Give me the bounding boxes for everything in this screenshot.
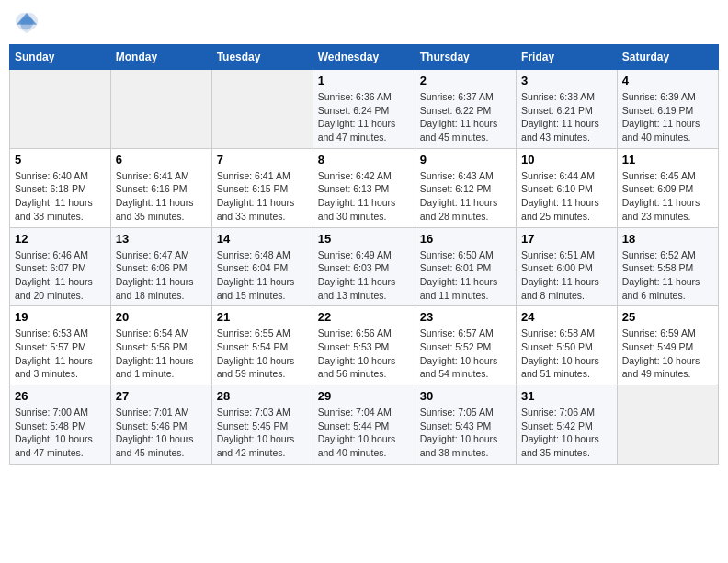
day-info: Sunrise: 6:47 AMSunset: 6:06 PMDaylight:… xyxy=(116,248,207,303)
day-info: Sunrise: 6:41 AMSunset: 6:15 PMDaylight:… xyxy=(217,169,308,224)
calendar-week-row: 12Sunrise: 6:46 AMSunset: 6:07 PMDayligh… xyxy=(10,227,719,306)
calendar-cell: 30Sunrise: 7:05 AMSunset: 5:43 PMDayligh… xyxy=(415,385,516,465)
calendar-week-row: 1Sunrise: 6:36 AMSunset: 6:24 PMDaylight… xyxy=(10,70,719,149)
calendar-cell: 1Sunrise: 6:36 AMSunset: 6:24 PMDaylight… xyxy=(313,70,415,149)
day-info: Sunrise: 6:39 AMSunset: 6:19 PMDaylight:… xyxy=(622,90,713,144)
weekday-header: Thursday xyxy=(415,45,516,70)
day-info: Sunrise: 6:52 AMSunset: 5:58 PMDaylight:… xyxy=(622,248,713,303)
calendar-cell: 19Sunrise: 6:53 AMSunset: 5:57 PMDayligh… xyxy=(10,306,111,385)
day-number: 21 xyxy=(217,310,308,324)
calendar-cell: 4Sunrise: 6:39 AMSunset: 6:19 PMDaylight… xyxy=(617,70,718,149)
day-number: 13 xyxy=(116,232,207,246)
day-number: 28 xyxy=(217,389,308,403)
day-info: Sunrise: 6:46 AMSunset: 6:07 PMDaylight:… xyxy=(15,248,106,303)
calendar-cell: 17Sunrise: 6:51 AMSunset: 6:00 PMDayligh… xyxy=(517,227,618,306)
day-info: Sunrise: 6:41 AMSunset: 6:16 PMDaylight:… xyxy=(116,169,207,224)
weekday-header: Tuesday xyxy=(211,45,313,70)
day-number: 3 xyxy=(521,74,612,87)
day-info: Sunrise: 6:36 AMSunset: 6:24 PMDaylight:… xyxy=(318,90,410,144)
day-info: Sunrise: 6:49 AMSunset: 6:03 PMDaylight:… xyxy=(318,248,410,303)
day-info: Sunrise: 7:05 AMSunset: 5:43 PMDaylight:… xyxy=(420,406,511,460)
calendar-week-row: 26Sunrise: 7:00 AMSunset: 5:48 PMDayligh… xyxy=(10,385,719,465)
day-info: Sunrise: 7:03 AMSunset: 5:45 PMDaylight:… xyxy=(217,406,308,460)
calendar-cell: 16Sunrise: 6:50 AMSunset: 6:01 PMDayligh… xyxy=(415,227,516,306)
day-number: 29 xyxy=(318,389,410,403)
calendar-cell: 14Sunrise: 6:48 AMSunset: 6:04 PMDayligh… xyxy=(211,227,313,306)
day-number: 26 xyxy=(15,389,106,403)
calendar-cell: 9Sunrise: 6:43 AMSunset: 6:12 PMDaylight… xyxy=(415,148,516,227)
day-number: 23 xyxy=(420,310,511,324)
calendar-cell: 26Sunrise: 7:00 AMSunset: 5:48 PMDayligh… xyxy=(10,385,111,465)
day-number: 5 xyxy=(15,153,106,167)
calendar-cell: 8Sunrise: 6:42 AMSunset: 6:13 PMDaylight… xyxy=(313,148,415,227)
calendar-cell: 22Sunrise: 6:56 AMSunset: 5:53 PMDayligh… xyxy=(313,306,415,385)
day-number: 14 xyxy=(217,232,308,246)
day-number: 9 xyxy=(420,153,511,167)
day-number: 10 xyxy=(521,153,612,167)
day-info: Sunrise: 6:37 AMSunset: 6:22 PMDaylight:… xyxy=(420,90,511,144)
calendar-cell: 2Sunrise: 6:37 AMSunset: 6:22 PMDaylight… xyxy=(415,70,516,149)
day-info: Sunrise: 6:56 AMSunset: 5:53 PMDaylight:… xyxy=(318,327,410,381)
weekday-header: Friday xyxy=(517,45,618,70)
day-info: Sunrise: 6:53 AMSunset: 5:57 PMDaylight:… xyxy=(15,327,106,381)
calendar-cell: 6Sunrise: 6:41 AMSunset: 6:16 PMDaylight… xyxy=(110,148,211,227)
day-info: Sunrise: 7:00 AMSunset: 5:48 PMDaylight:… xyxy=(15,406,106,460)
calendar-cell: 11Sunrise: 6:45 AMSunset: 6:09 PMDayligh… xyxy=(617,148,718,227)
day-info: Sunrise: 6:54 AMSunset: 5:56 PMDaylight:… xyxy=(116,327,207,381)
day-number: 8 xyxy=(318,153,410,167)
calendar-cell: 29Sunrise: 7:04 AMSunset: 5:44 PMDayligh… xyxy=(313,385,415,465)
calendar-cell: 10Sunrise: 6:44 AMSunset: 6:10 PMDayligh… xyxy=(517,148,618,227)
day-info: Sunrise: 6:48 AMSunset: 6:04 PMDaylight:… xyxy=(217,248,308,303)
day-number: 16 xyxy=(420,232,511,246)
calendar-week-row: 5Sunrise: 6:40 AMSunset: 6:18 PMDaylight… xyxy=(10,148,719,227)
day-number: 4 xyxy=(622,74,713,87)
day-number: 7 xyxy=(217,153,308,167)
day-info: Sunrise: 6:42 AMSunset: 6:13 PMDaylight:… xyxy=(318,169,410,224)
day-number: 24 xyxy=(521,310,612,324)
day-info: Sunrise: 6:58 AMSunset: 5:50 PMDaylight:… xyxy=(521,327,612,381)
day-number: 31 xyxy=(521,389,612,403)
weekday-header: Saturday xyxy=(617,45,718,70)
day-number: 2 xyxy=(420,74,511,87)
calendar-cell: 12Sunrise: 6:46 AMSunset: 6:07 PMDayligh… xyxy=(10,227,111,306)
calendar-cell: 27Sunrise: 7:01 AMSunset: 5:46 PMDayligh… xyxy=(110,385,211,465)
calendar-cell xyxy=(110,70,211,149)
day-number: 27 xyxy=(116,389,207,403)
logo-icon xyxy=(14,9,40,35)
day-number: 17 xyxy=(521,232,612,246)
day-info: Sunrise: 6:43 AMSunset: 6:12 PMDaylight:… xyxy=(420,169,511,224)
calendar-cell xyxy=(10,70,111,149)
calendar-cell: 21Sunrise: 6:55 AMSunset: 5:54 PMDayligh… xyxy=(211,306,313,385)
calendar-cell: 15Sunrise: 6:49 AMSunset: 6:03 PMDayligh… xyxy=(313,227,415,306)
logo xyxy=(14,9,43,35)
day-info: Sunrise: 6:38 AMSunset: 6:21 PMDaylight:… xyxy=(521,90,612,144)
day-number: 1 xyxy=(318,74,410,87)
day-info: Sunrise: 6:45 AMSunset: 6:09 PMDaylight:… xyxy=(622,169,713,224)
day-number: 19 xyxy=(15,310,106,324)
day-number: 18 xyxy=(622,232,713,246)
calendar-cell: 20Sunrise: 6:54 AMSunset: 5:56 PMDayligh… xyxy=(110,306,211,385)
calendar-cell: 5Sunrise: 6:40 AMSunset: 6:18 PMDaylight… xyxy=(10,148,111,227)
day-number: 20 xyxy=(116,310,207,324)
day-number: 12 xyxy=(15,232,106,246)
page-header xyxy=(9,9,719,35)
calendar-week-row: 19Sunrise: 6:53 AMSunset: 5:57 PMDayligh… xyxy=(10,306,719,385)
day-info: Sunrise: 6:59 AMSunset: 5:49 PMDaylight:… xyxy=(622,327,713,381)
day-info: Sunrise: 6:55 AMSunset: 5:54 PMDaylight:… xyxy=(217,327,308,381)
day-info: Sunrise: 7:04 AMSunset: 5:44 PMDaylight:… xyxy=(318,406,410,460)
day-number: 15 xyxy=(318,232,410,246)
day-number: 6 xyxy=(116,153,207,167)
day-info: Sunrise: 7:06 AMSunset: 5:42 PMDaylight:… xyxy=(521,406,612,460)
calendar-cell: 18Sunrise: 6:52 AMSunset: 5:58 PMDayligh… xyxy=(617,227,718,306)
calendar-cell: 31Sunrise: 7:06 AMSunset: 5:42 PMDayligh… xyxy=(517,385,618,465)
day-number: 11 xyxy=(622,153,713,167)
calendar-table: SundayMondayTuesdayWednesdayThursdayFrid… xyxy=(9,44,719,465)
calendar-cell: 3Sunrise: 6:38 AMSunset: 6:21 PMDaylight… xyxy=(517,70,618,149)
calendar-cell: 13Sunrise: 6:47 AMSunset: 6:06 PMDayligh… xyxy=(110,227,211,306)
calendar-cell xyxy=(617,385,718,465)
day-info: Sunrise: 6:57 AMSunset: 5:52 PMDaylight:… xyxy=(420,327,511,381)
day-number: 25 xyxy=(622,310,713,324)
calendar-cell xyxy=(211,70,313,149)
calendar-cell: 28Sunrise: 7:03 AMSunset: 5:45 PMDayligh… xyxy=(211,385,313,465)
day-info: Sunrise: 6:51 AMSunset: 6:00 PMDaylight:… xyxy=(521,248,612,303)
